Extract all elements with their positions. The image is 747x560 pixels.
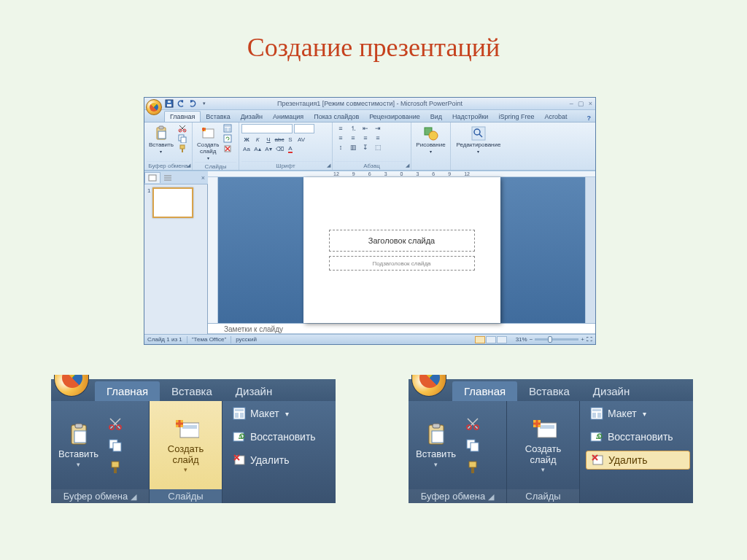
title-placeholder[interactable]: Заголовок слайда — [329, 230, 475, 252]
status-language[interactable]: русский — [236, 336, 257, 343]
copy-icon[interactable] — [178, 134, 187, 143]
slide-thumbnail-1[interactable]: 1 — [147, 187, 204, 218]
tab-home[interactable]: Главная — [95, 381, 160, 401]
paste-button[interactable]: Вставить ▾ — [147, 124, 176, 155]
underline-button[interactable]: Ч — [263, 135, 274, 144]
cut-icon[interactable] — [178, 124, 187, 133]
zoom-level[interactable]: 31% — [516, 336, 527, 343]
font-size-combo[interactable] — [294, 124, 314, 133]
slideshow-view-button[interactable] — [497, 336, 507, 343]
delete-button[interactable]: Удалить — [228, 451, 333, 470]
fit-button[interactable]: ⛶ — [587, 336, 592, 343]
font-dialog-launcher[interactable]: ◢ — [327, 163, 330, 168]
outline-tab-icon[interactable] — [160, 173, 175, 183]
tab-addins[interactable]: Надстройки — [447, 112, 493, 122]
layout-button[interactable]: Макет▾ — [228, 404, 333, 423]
subtitle-placeholder[interactable]: Подзаголовок слайда — [329, 256, 475, 271]
layout-button[interactable]: Макет▾ — [586, 404, 690, 423]
font-color-button[interactable]: A — [285, 144, 295, 153]
reset-button[interactable]: Восстановить — [586, 427, 690, 446]
justify-button[interactable]: ≡ — [372, 133, 384, 142]
paragraph-dialog-launcher[interactable]: ◢ — [406, 163, 409, 168]
shrink-font-button[interactable]: A▾ — [263, 144, 274, 153]
cut-icon[interactable] — [107, 416, 123, 432]
zoom-out-button[interactable]: − — [530, 336, 533, 343]
notes-pane[interactable]: Заметки к слайду — [208, 323, 595, 333]
format-painter-icon[interactable] — [107, 459, 123, 475]
tab-insert[interactable]: Вставка — [160, 381, 224, 401]
tab-home[interactable]: Главная — [452, 381, 517, 401]
office-button[interactable] — [146, 99, 162, 115]
delete-icon[interactable] — [223, 144, 232, 153]
line-spacing-button[interactable]: ↕ — [335, 143, 347, 152]
delete-button[interactable]: Удалить — [586, 451, 690, 470]
numbering-button[interactable]: ⒈ — [347, 124, 359, 133]
tab-insert[interactable]: Вставка — [201, 112, 235, 122]
zoom-slider[interactable] — [535, 338, 578, 341]
minimize-icon[interactable]: – — [570, 100, 573, 107]
copy-icon[interactable] — [465, 438, 481, 454]
indent-inc-button[interactable]: ⇥ — [372, 124, 384, 133]
copy-icon[interactable] — [107, 438, 123, 454]
tab-ispring[interactable]: iSpring Free — [493, 112, 539, 122]
clear-format-button[interactable]: ⌫ — [274, 144, 285, 153]
indent-dec-button[interactable]: ⇤ — [360, 124, 371, 133]
drawing-button[interactable]: Рисование ▾ — [414, 124, 447, 155]
italic-button[interactable]: К — [252, 135, 263, 144]
close-icon[interactable]: × — [589, 100, 592, 107]
clipboard-dialog-launcher[interactable]: ◢ — [485, 492, 494, 501]
bullets-button[interactable]: ≡ — [335, 124, 347, 133]
redo-icon[interactable] — [188, 99, 197, 108]
qat-more-icon[interactable]: ▾ — [200, 99, 209, 108]
smartart-button[interactable]: ⬚ — [372, 143, 384, 152]
normal-view-button[interactable] — [475, 336, 485, 343]
tab-view[interactable]: Вид — [425, 112, 447, 122]
sorter-view-button[interactable] — [486, 336, 496, 343]
clipboard-dialog-launcher[interactable]: ◢ — [128, 492, 136, 501]
tab-home[interactable]: Главная — [164, 111, 201, 122]
paste-button[interactable]: Вставить ▾ — [54, 419, 103, 471]
tab-insert[interactable]: Вставка — [517, 381, 581, 401]
new-slide-button[interactable]: Создать слайд ▾ — [195, 124, 221, 162]
help-icon[interactable]: ? — [587, 114, 592, 122]
paste-button[interactable]: Вставить ▾ — [411, 419, 460, 471]
vertical-scrollbar[interactable] — [585, 177, 595, 323]
new-slide-button[interactable]: Создать слайд ▾ — [163, 413, 208, 476]
tab-animation[interactable]: Анимация — [268, 112, 309, 122]
strike-button[interactable]: abc — [274, 135, 285, 144]
char-spacing-button[interactable]: AV — [296, 135, 306, 144]
font-name-combo[interactable] — [241, 124, 293, 133]
grow-font-button[interactable]: A▴ — [252, 144, 263, 153]
tab-design[interactable]: Дизайн — [581, 381, 641, 401]
cut-icon[interactable] — [465, 416, 481, 432]
align-left-button[interactable]: ≡ — [335, 133, 347, 142]
new-slide-button[interactable]: Создать слайд ▾ — [521, 413, 565, 476]
undo-icon[interactable] — [177, 99, 185, 108]
change-case-button[interactable]: Aa — [241, 144, 252, 153]
slides-tab-icon[interactable] — [144, 172, 160, 183]
bold-button[interactable]: Ж — [241, 135, 252, 144]
columns-button[interactable]: ▥ — [347, 143, 359, 152]
tab-slideshow[interactable]: Показ слайдов — [309, 112, 364, 122]
panel-close-icon[interactable]: × — [198, 174, 208, 182]
format-painter-icon[interactable] — [465, 459, 481, 475]
format-painter-icon[interactable] — [178, 144, 187, 153]
align-center-button[interactable]: ≡ — [347, 133, 359, 142]
reset-icon[interactable] — [223, 134, 232, 143]
tab-acrobat[interactable]: Acrobat — [539, 112, 572, 122]
maximize-icon[interactable]: ▢ — [578, 100, 584, 107]
save-icon[interactable] — [165, 99, 174, 108]
reset-button[interactable]: Восстановить — [228, 427, 333, 446]
shadow-button[interactable]: S — [285, 135, 295, 144]
editing-button[interactable]: Редактирование ▾ — [454, 124, 503, 155]
clipboard-dialog-launcher[interactable]: ◢ — [187, 163, 190, 168]
tab-design[interactable]: Дизайн — [236, 112, 268, 122]
zoom-in-button[interactable]: + — [581, 336, 584, 343]
tab-design[interactable]: Дизайн — [224, 381, 284, 401]
text-direction-button[interactable]: ↧ — [360, 143, 371, 152]
slide-canvas[interactable]: Заголовок слайда Подзаголовок слайда — [218, 177, 585, 323]
tab-review[interactable]: Рецензирование — [364, 112, 425, 122]
align-right-button[interactable]: ≡ — [360, 133, 371, 142]
svg-rect-23 — [149, 175, 156, 181]
layout-icon[interactable] — [223, 124, 232, 133]
